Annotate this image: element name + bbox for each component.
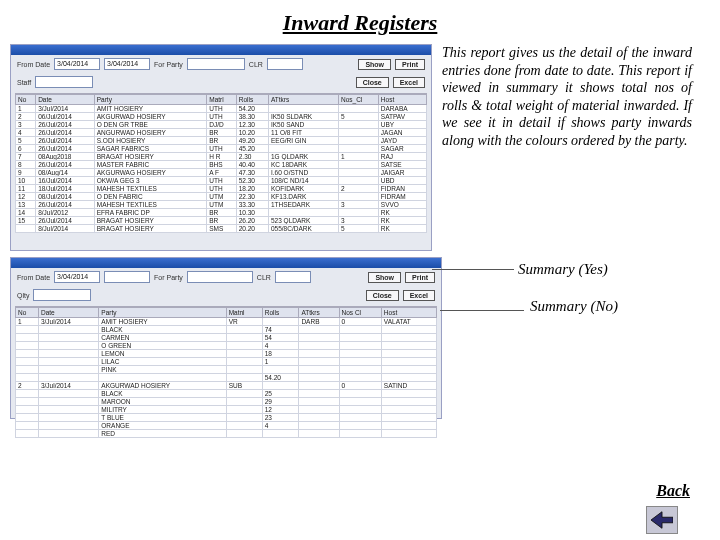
for-party-label: For Party	[154, 61, 183, 68]
app-window-summary-yes: From Date 3/04/2014 3/04/2014 For Party …	[10, 44, 432, 251]
excel-button[interactable]: Excel	[393, 77, 425, 88]
back-arrow-icon[interactable]	[646, 506, 678, 534]
table-row[interactable]: 54.20	[16, 374, 437, 382]
table-row[interactable]: 13/Jul/2014AMIT HOSIERYUTH54.20DARABA	[16, 105, 427, 113]
for-party-input[interactable]	[187, 58, 245, 70]
connector-line	[432, 269, 514, 270]
back-link[interactable]: Back	[656, 482, 690, 500]
show-button[interactable]: Show	[368, 272, 401, 283]
table-row[interactable]: 1526/Jul/2014BRAGAT HOSIERYBR26.20523 QL…	[16, 217, 427, 225]
col-header: Rolls	[262, 308, 299, 318]
col-header: Host	[378, 95, 426, 105]
table-row[interactable]: 326/Jul/2014O DEN GR TRBEDJ/D12.30IK50 S…	[16, 121, 427, 129]
table-row[interactable]: ORANGE4	[16, 422, 437, 430]
table-row[interactable]: 8/Jul/2014BRAGAT HOSIERYSMS20.20055/8C/D…	[16, 225, 427, 233]
col-header: Date	[38, 308, 98, 318]
table-row[interactable]: PINK	[16, 366, 437, 374]
table-row[interactable]: 826/Jul/2014MASTER FABRICBHS40.40KC 18DA…	[16, 161, 427, 169]
col-header: ATtkrs	[299, 308, 339, 318]
print-button[interactable]: Print	[395, 59, 425, 70]
to-date-input[interactable]	[104, 271, 150, 283]
col-header: Nos Cl	[339, 308, 381, 318]
staff-label: Staff	[17, 79, 31, 86]
table-row[interactable]: O GREEN4	[16, 342, 437, 350]
from-date-input[interactable]: 3/04/2014	[54, 271, 100, 283]
from-date-input[interactable]: 3/04/2014	[54, 58, 100, 70]
table-row[interactable]: 1118/Jul/2014MAHESH TEXTILESUTH18.20KOFI…	[16, 185, 427, 193]
annot-summary-no: Summary (No)	[530, 298, 618, 315]
col-header: No	[16, 95, 36, 105]
table-row[interactable]: 708Aug2018BRAGAT HOSIERYH R2.301G QLDARK…	[16, 153, 427, 161]
col-header: Rolls	[236, 95, 268, 105]
table-row[interactable]: BLACK25	[16, 390, 437, 398]
description-text: This report gives us the detail of the i…	[432, 44, 692, 149]
table-row[interactable]: LILAC1	[16, 358, 437, 366]
for-party-input[interactable]	[187, 271, 253, 283]
table-row[interactable]: RED	[16, 430, 437, 438]
clr-input[interactable]	[275, 271, 311, 283]
annot-summary-yes: Summary (Yes)	[518, 261, 608, 278]
to-date-input[interactable]: 3/04/2014	[104, 58, 150, 70]
table-row[interactable]: 1016/Jul/2014OKW/A GEG 3UTH52.30108/C ND…	[16, 177, 427, 185]
table-row[interactable]: CARMEN54	[16, 334, 437, 342]
table-row[interactable]: 23/Jul/2014AKGURWAD HOSIERYSUB0SATIND	[16, 382, 437, 390]
close-button[interactable]: Close	[366, 290, 399, 301]
col-header: Host	[381, 308, 436, 318]
col-header: Date	[36, 95, 95, 105]
col-header: No	[16, 308, 39, 318]
col-header: Party	[99, 308, 226, 318]
clr-label: CLR	[257, 274, 271, 281]
connector-line	[440, 310, 524, 311]
titlebar	[11, 258, 441, 268]
col-header: Matnl	[226, 308, 262, 318]
table-row[interactable]: 1208/Jul/2014O DEN FABRICUTM22.30KF13.DA…	[16, 193, 427, 201]
show-button[interactable]: Show	[358, 59, 391, 70]
from-date-label: From Date	[17, 274, 50, 281]
excel-button[interactable]: Excel	[403, 290, 435, 301]
table-row[interactable]: BLACK74	[16, 326, 437, 334]
col-header: Matrl	[207, 95, 236, 105]
qlty-input[interactable]	[33, 289, 91, 301]
close-button[interactable]: Close	[356, 77, 389, 88]
col-header: Nos_Cl	[338, 95, 378, 105]
print-button[interactable]: Print	[405, 272, 435, 283]
app-window-summary-no: From Date 3/04/2014 For Party CLR Show P…	[10, 257, 442, 419]
col-header: ATtkrs	[268, 95, 338, 105]
svg-marker-0	[651, 512, 673, 529]
summary-grid[interactable]: NoDatePartyMatrlRollsATtkrsNos_ClHost13/…	[15, 93, 427, 233]
qlty-label: Qlty	[17, 292, 29, 299]
staff-input[interactable]	[35, 76, 93, 88]
table-row[interactable]: 13/Jul/2014AMIT HOSIERYVRDARB0VALATAT	[16, 318, 437, 326]
table-row[interactable]: 626/Jul/2014SAGAR FABRICSUTH45.20SAGAR	[16, 145, 427, 153]
table-row[interactable]: MILITRY12	[16, 406, 437, 414]
table-row[interactable]: 908/Aug/14AKGURWAG HOSIERYA F47.30I.60 O…	[16, 169, 427, 177]
table-row[interactable]: MAROON29	[16, 398, 437, 406]
table-row[interactable]: 1326/Jul/2014MAHESH TEXTILESUTM33.301THS…	[16, 201, 427, 209]
titlebar	[11, 45, 431, 55]
table-row[interactable]: T BLUE23	[16, 414, 437, 422]
table-row[interactable]: 526/Jul/2014S.ODI HOSIERYBR49.20EEG/RI G…	[16, 137, 427, 145]
col-header: Party	[94, 95, 207, 105]
for-party-label: For Party	[154, 274, 183, 281]
clr-label: CLR	[249, 61, 263, 68]
detail-grid[interactable]: NoDatePartyMatnlRollsATtkrsNos ClHost13/…	[15, 306, 437, 438]
table-row[interactable]: 426/Jul/2014ANGURWAD HOSIERYBR10.2011 O/…	[16, 129, 427, 137]
page-title: Inward Registers	[0, 10, 720, 36]
table-row[interactable]: 148/Jul/2012EFRA FABRIC DPBR10.30RK	[16, 209, 427, 217]
from-date-label: From Date	[17, 61, 50, 68]
table-row[interactable]: LEMON18	[16, 350, 437, 358]
table-row[interactable]: 206/Jul/2014AKGURWAD HOSIERYUTH38.30IK50…	[16, 113, 427, 121]
clr-input[interactable]	[267, 58, 303, 70]
